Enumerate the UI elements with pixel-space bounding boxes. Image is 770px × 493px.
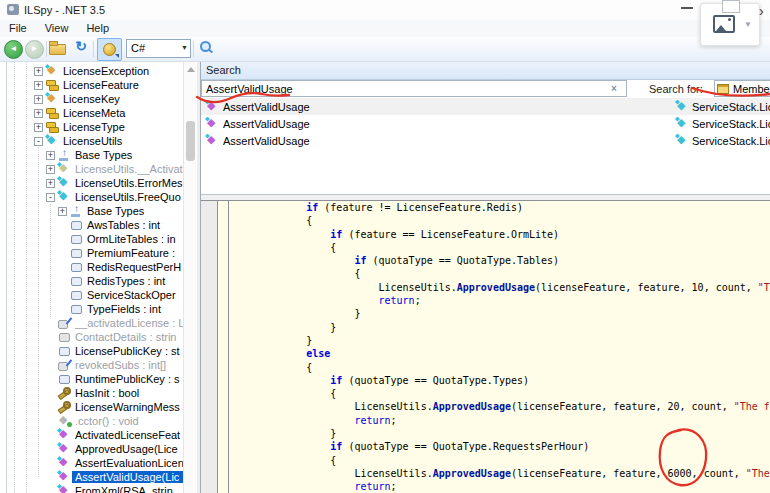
tree-expander[interactable]: + xyxy=(34,95,43,104)
search-icon[interactable] xyxy=(198,40,214,56)
tree-item-label[interactable]: Base Types xyxy=(84,205,147,217)
tree-row[interactable]: .cctor() : void xyxy=(8,414,183,428)
tree-row[interactable]: + LicenseUtils.__Activat xyxy=(8,162,183,176)
tree-expander[interactable]: + xyxy=(34,109,43,118)
tree-row[interactable]: ActivatedLicenseFeat xyxy=(8,428,183,442)
tree-expander[interactable]: + xyxy=(58,207,67,216)
search-result-row[interactable]: AssertValidUsage ServiceStack.LicenseU xyxy=(201,98,770,115)
open-file-button[interactable] xyxy=(49,40,67,55)
tree-item-label[interactable]: LicenseUtils.FreeQuo xyxy=(72,191,183,203)
tree-expander[interactable]: + xyxy=(34,81,43,90)
tree-item-label[interactable]: LicenseType xyxy=(60,121,128,133)
tree-item-label[interactable]: ContactDetails : strin xyxy=(72,331,179,343)
tree-row[interactable]: RedisTypes : int xyxy=(8,274,183,288)
back-button[interactable]: ◄ xyxy=(4,40,23,59)
search-input[interactable]: AssertValidUsage × xyxy=(201,80,627,97)
show-assembly-button[interactable] xyxy=(97,38,122,61)
decompiled-code[interactable]: if (feature != LicenseFeature.Redis) { i… xyxy=(229,201,770,493)
tree-row[interactable]: + LicenseUtils.ErrorMes xyxy=(8,176,183,190)
tree-item-label[interactable]: TypeFields : int xyxy=(84,303,164,315)
tree-row[interactable]: RuntimePublicKey : s xyxy=(8,372,183,386)
method-link[interactable]: ApprovedUsage xyxy=(433,401,511,412)
tree-item-label[interactable]: LicenseUtils.__Activat xyxy=(72,163,183,175)
tree-item-label[interactable]: Base Types xyxy=(72,149,135,161)
tree-row[interactable]: revokedSubs : int[] xyxy=(8,358,183,372)
tree-row[interactable]: TypeFields : int xyxy=(8,302,183,316)
tree-row[interactable]: RedisRequestPerH xyxy=(8,260,183,274)
scrollbar-thumb[interactable] xyxy=(186,121,195,161)
tree-row[interactable]: AssertEvaluationLicen xyxy=(8,456,183,470)
language-select[interactable]: C# ▼ xyxy=(126,39,191,58)
tree-item-label[interactable]: ApprovedUsage(Lice xyxy=(72,443,181,455)
search-result-row[interactable]: AssertValidUsage ServiceStack.LicenseU xyxy=(201,115,770,132)
tree-row[interactable]: + LicenseException xyxy=(8,64,183,78)
tree-item-label[interactable]: AwsTables : int xyxy=(84,219,163,231)
tree-expander[interactable]: + xyxy=(46,151,55,160)
chevron-down-icon[interactable]: ▼ xyxy=(181,44,188,51)
clear-search-icon[interactable]: × xyxy=(611,83,617,94)
tree-item-label[interactable]: ActivatedLicenseFeat xyxy=(72,429,183,441)
maximize-button[interactable] xyxy=(722,0,740,13)
tree-item-label[interactable]: RuntimePublicKey : s xyxy=(72,373,183,385)
tree-row[interactable]: - LicenseUtils.FreeQuo xyxy=(8,190,183,204)
tree-item-label[interactable]: LicensePublicKey : st xyxy=(72,345,183,357)
tree-row[interactable]: AwsTables : int xyxy=(8,218,183,232)
tree-item-label[interactable]: FromXml(RSA, strin xyxy=(72,485,176,493)
tree-item-label[interactable]: OrmLiteTables : in xyxy=(84,233,179,245)
tree-row[interactable]: LicensePublicKey : st xyxy=(8,344,183,358)
tree-item-label[interactable]: __activatedLicense : L xyxy=(72,317,183,329)
tree-row[interactable]: ServiceStackOper xyxy=(8,288,183,302)
tree-row[interactable]: AssertValidUsage(Lic xyxy=(8,470,183,484)
tree-item-label[interactable]: AssertEvaluationLicen xyxy=(72,457,183,469)
chevron-down-icon[interactable]: ▼ xyxy=(744,20,752,29)
tree-item-label[interactable]: PremiumFeature : xyxy=(84,247,178,259)
tree-item-label[interactable]: .cctor() : void xyxy=(72,415,142,427)
minimize-button[interactable] xyxy=(681,7,693,12)
tree-item-label[interactable]: LicenseUtils.ErrorMes xyxy=(72,177,183,189)
tree-scrollbar[interactable] xyxy=(183,62,196,493)
tree-row[interactable]: + LicenseFeature xyxy=(8,78,183,92)
method-link[interactable]: ApprovedUsage xyxy=(457,282,535,293)
tree-row[interactable]: FromXml(RSA, strin xyxy=(8,484,183,493)
tree-expander[interactable]: - xyxy=(46,193,55,202)
scroll-up-arrow-icon[interactable] xyxy=(187,67,195,72)
tree-item-label[interactable]: AssertValidUsage(Lic xyxy=(72,471,183,483)
tree-row[interactable]: + Base Types xyxy=(8,204,183,218)
tree-item-label[interactable]: revokedSubs : int[] xyxy=(72,359,169,371)
chevron-icon[interactable]: › xyxy=(759,3,764,19)
tree-item-label[interactable]: LicenseUtils xyxy=(60,135,125,147)
search-result-row[interactable]: AssertValidUsage ServiceStack.LicenseU xyxy=(201,132,770,149)
tree-row[interactable]: PremiumFeature : xyxy=(8,246,183,260)
tree-item-label[interactable]: LicenseFeature xyxy=(60,79,142,91)
tree-item-label[interactable]: LicenseWarningMess xyxy=(72,401,183,413)
tree-row[interactable]: + LicenseMeta xyxy=(8,106,183,120)
tree-item-label[interactable]: RedisRequestPerH xyxy=(84,261,183,273)
tree-row[interactable]: OrmLiteTables : in xyxy=(8,232,183,246)
tree-item-label[interactable]: ServiceStackOper xyxy=(84,289,179,301)
tree-row[interactable]: + Base Types xyxy=(8,148,183,162)
tree-item-label[interactable]: RedisTypes : int xyxy=(84,275,168,287)
tree-item-label[interactable]: LicenseMeta xyxy=(60,107,128,119)
tree-expander[interactable]: + xyxy=(46,165,55,174)
tree-expander[interactable]: + xyxy=(34,67,43,76)
tree-item-label[interactable]: LicenseKey xyxy=(60,93,123,105)
menu-item[interactable]: File xyxy=(0,20,36,34)
tree-expander[interactable]: - xyxy=(34,137,43,146)
tree-row[interactable]: __activatedLicense : L xyxy=(8,316,183,330)
refresh-button[interactable]: ↻ xyxy=(72,38,90,56)
tree-row[interactable]: ApprovedUsage(Lice xyxy=(8,442,183,456)
search-for-select[interactable]: Member xyxy=(714,80,770,97)
tree-item-label[interactable]: LicenseException xyxy=(60,65,152,77)
tree-row[interactable]: + LicenseType xyxy=(8,120,183,134)
tree-row[interactable]: ContactDetails : strin xyxy=(8,330,183,344)
menu-item[interactable]: Help xyxy=(77,20,118,34)
tree-expander[interactable]: + xyxy=(34,123,43,132)
method-link[interactable]: ApprovedUsage xyxy=(433,468,511,479)
menu-item[interactable]: View xyxy=(36,20,78,34)
forward-button[interactable]: ► xyxy=(25,40,44,59)
tree-row[interactable]: + LicenseKey xyxy=(8,92,183,106)
tree-row[interactable]: LicenseWarningMess xyxy=(8,400,183,414)
tree-row[interactable]: - LicenseUtils xyxy=(8,134,183,148)
tree-row[interactable]: HasInit : bool xyxy=(8,386,183,400)
tree-expander[interactable]: + xyxy=(46,179,55,188)
